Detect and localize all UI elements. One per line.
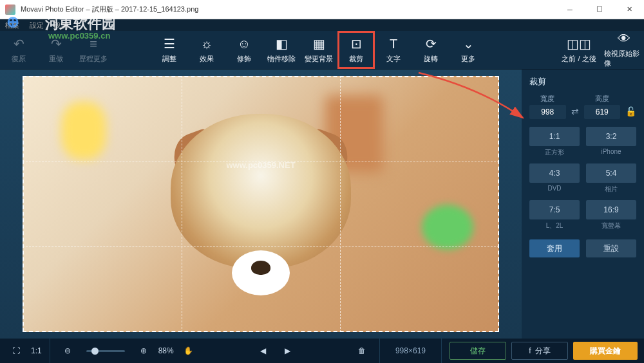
bg-change-button[interactable]: ▦ 變更背景 bbox=[300, 31, 337, 69]
compare-icon: ◫◫ bbox=[567, 36, 591, 51]
buy-button[interactable]: 購買金鑰 bbox=[573, 342, 638, 360]
crop-icon: ⊡ bbox=[351, 36, 362, 51]
watermark-url: www.pc0359.cn bbox=[48, 31, 110, 41]
swap-dimensions-button[interactable]: ⇄ bbox=[571, 97, 579, 116]
ratio-4-3-button[interactable]: 4:3 bbox=[529, 163, 580, 183]
reset-button[interactable]: 重設 bbox=[586, 239, 636, 257]
ratio-7-5-button[interactable]: 7:5 bbox=[529, 200, 580, 219]
fullscreen-button[interactable]: ⛶ bbox=[6, 342, 26, 360]
ratio-5-4-label: 相片 bbox=[586, 185, 636, 194]
ratio-7-5-label: L、2L bbox=[529, 221, 580, 230]
window-controls: ─ ☐ ✕ bbox=[555, 0, 644, 19]
retouch-label: 修飾 bbox=[237, 54, 251, 64]
text-icon: T bbox=[390, 37, 397, 51]
undo-button[interactable]: ↶ 復原 bbox=[0, 31, 37, 69]
view-original-button[interactable]: 👁 檢視原始影像 bbox=[604, 31, 644, 69]
zoom-level: 88% bbox=[158, 346, 174, 355]
close-button[interactable]: ✕ bbox=[614, 0, 644, 19]
retouch-button[interactable]: ☺ 修飾 bbox=[225, 31, 263, 69]
lock-aspect-button[interactable]: 🔓 bbox=[625, 97, 636, 116]
crop-grid-line bbox=[23, 247, 499, 247]
width-label: 寬度 bbox=[529, 94, 566, 104]
height-label: 高度 bbox=[584, 94, 621, 104]
zoom-in-button[interactable]: ⊕ bbox=[134, 342, 153, 360]
text-button[interactable]: T 文字 bbox=[375, 31, 412, 69]
crop-button[interactable]: ⊡ 裁剪 bbox=[337, 31, 375, 69]
menu-settings[interactable]: 設定 bbox=[30, 21, 44, 30]
aspect-ratio-grid: 1:1 正方形 3:2 iPhone 4:3 DVD 5:4 相片 7:5 L、… bbox=[529, 127, 636, 230]
adjust-button[interactable]: ☰ 調整 bbox=[151, 31, 188, 69]
panel-title: 裁剪 bbox=[529, 76, 636, 88]
fit-label[interactable]: 1:1 bbox=[31, 346, 42, 355]
width-input[interactable] bbox=[529, 105, 566, 119]
undo-label: 復原 bbox=[12, 54, 26, 64]
ratio-3-2-label: iPhone bbox=[586, 148, 636, 155]
effects-label: 效果 bbox=[200, 54, 214, 64]
zoom-out-button[interactable]: ⊖ bbox=[58, 342, 77, 360]
facebook-icon: f bbox=[529, 346, 531, 355]
watermark-logo: ⊕ bbox=[6, 13, 19, 31]
effects-button[interactable]: ☼ 效果 bbox=[188, 31, 225, 69]
zoom-slider[interactable] bbox=[86, 350, 125, 352]
object-remove-label: 物件移除 bbox=[267, 54, 296, 64]
share-label: 分享 bbox=[535, 346, 551, 357]
more-button[interactable]: ⌄ 更多 bbox=[450, 31, 487, 69]
crop-grid-line bbox=[23, 162, 499, 162]
window-title: Movavi Photo Editor – 試用版 – 2017-12-15_1… bbox=[21, 5, 555, 14]
height-input[interactable] bbox=[584, 105, 621, 119]
minimize-button[interactable]: ─ bbox=[555, 0, 585, 19]
ratio-5-4-button[interactable]: 5:4 bbox=[586, 163, 636, 183]
more-label: 更多 bbox=[461, 54, 475, 64]
crop-label: 裁剪 bbox=[349, 54, 363, 64]
object-remove-button[interactable]: ◧ 物件移除 bbox=[263, 31, 300, 69]
undo-icon: ↶ bbox=[14, 36, 24, 51]
apply-button[interactable]: 套用 bbox=[529, 239, 580, 257]
pan-button[interactable]: ✋ bbox=[179, 342, 198, 360]
retouch-icon: ☺ bbox=[238, 37, 251, 51]
statusbar: ⛶ 1:1 ⊖ ⊕ 88% ✋ ◀ ▶ 🗑 998×619 儲存 f 分享 購買… bbox=[0, 339, 644, 363]
maximize-button[interactable]: ☐ bbox=[585, 0, 614, 19]
adjust-label: 調整 bbox=[162, 54, 176, 64]
annotation-arrow bbox=[413, 68, 529, 126]
effects-icon: ☼ bbox=[201, 37, 213, 51]
view-original-label: 檢視原始影像 bbox=[604, 49, 644, 68]
workspace: www.pc0359.NET 裁剪 寬度 ⇄ 高度 🔓 1:1 bbox=[0, 70, 644, 339]
before-after-button[interactable]: ◫◫ 之前 / 之後 bbox=[554, 31, 604, 69]
ratio-16-9-label: 寬螢幕 bbox=[586, 221, 636, 230]
rotate-icon: ⟳ bbox=[426, 36, 437, 51]
crop-grid-line bbox=[340, 76, 341, 332]
ratio-16-9-button[interactable]: 16:9 bbox=[586, 200, 636, 219]
ratio-1-1-label: 正方形 bbox=[529, 148, 580, 157]
adjust-icon: ☰ bbox=[164, 36, 175, 51]
ratio-4-3-label: DVD bbox=[529, 185, 580, 192]
redo-label: 重做 bbox=[49, 54, 63, 64]
crop-grid-line bbox=[182, 76, 182, 332]
save-button[interactable]: 儲存 bbox=[450, 342, 506, 360]
text-label: 文字 bbox=[386, 54, 401, 64]
rotate-button[interactable]: ⟳ 旋轉 bbox=[412, 31, 450, 69]
next-button[interactable]: ▶ bbox=[278, 342, 297, 360]
bg-change-label: 變更背景 bbox=[305, 54, 333, 64]
ratio-1-1-button[interactable]: 1:1 bbox=[529, 127, 580, 146]
share-button[interactable]: f 分享 bbox=[511, 342, 568, 360]
crop-panel: 裁剪 寬度 ⇄ 高度 🔓 1:1 正方形 3:2 iPhone 4:3 bbox=[522, 70, 644, 339]
before-after-label: 之前 / 之後 bbox=[562, 54, 596, 64]
rotate-label: 旋轉 bbox=[424, 54, 438, 64]
ratio-3-2-button[interactable]: 3:2 bbox=[586, 127, 636, 146]
menubar: ⊕ 河東软件园 www.pc0359.cn 檔案 設定 說明 bbox=[0, 19, 644, 31]
eraser-icon: ◧ bbox=[276, 36, 288, 51]
chevron-down-icon: ⌄ bbox=[463, 36, 474, 51]
image-dimensions: 998×619 bbox=[395, 346, 426, 355]
bg-icon: ▦ bbox=[313, 36, 325, 51]
delete-button[interactable]: 🗑 bbox=[352, 342, 372, 360]
eye-icon: 👁 bbox=[618, 32, 630, 46]
history-label: 歷程更多 bbox=[79, 54, 108, 64]
prev-button[interactable]: ◀ bbox=[253, 342, 272, 360]
